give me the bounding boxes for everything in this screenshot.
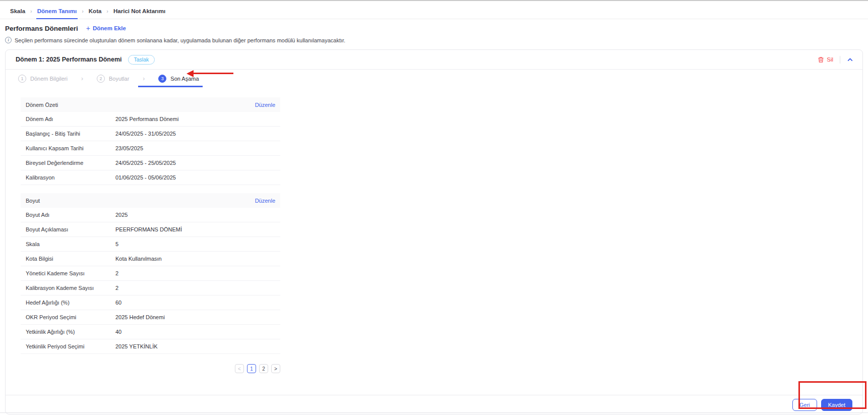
add-period-label: Dönem Ekle: [93, 25, 126, 31]
section-header-boyut: Boyut Düzenle: [21, 193, 280, 208]
table-row: Yetkinlik Ağırlığı (%) 40: [21, 325, 280, 339]
row-value: 40: [115, 329, 121, 335]
step-label: Dönem Bilgileri: [30, 76, 68, 82]
row-label: Başlangıç - Bitiş Tarihi: [26, 131, 115, 137]
active-step-underline: [138, 86, 203, 87]
table-row: Yönetici Kademe Sayısı 2: [21, 266, 280, 281]
chevron-right-icon: ›: [81, 75, 83, 82]
info-icon: i: [5, 37, 12, 43]
table-row: Bireysel Değerlendirme 24/05/2025 - 25/0…: [21, 156, 280, 170]
summary-content: Dönem Özeti Düzenle Dönem Adı 2025 Perfo…: [6, 87, 862, 373]
row-value: 2025 Hedef Dönemi: [115, 314, 165, 320]
chevron-right-icon: ›: [30, 8, 32, 14]
table-row: Dönem Adı 2025 Performans Dönemi: [21, 112, 280, 127]
chevron-right-icon: ›: [82, 8, 84, 14]
table-row: Skala 5: [21, 237, 280, 252]
section-header-donem-ozeti: Dönem Özeti Düzenle: [21, 97, 280, 112]
pagination-next-button[interactable]: >: [271, 364, 280, 373]
row-label: Kalibrasyon: [26, 174, 115, 181]
step-label: Son Aşama: [170, 76, 199, 82]
step-boyutlar[interactable]: 2 Boyutlar: [97, 75, 129, 83]
chevron-up-icon: [847, 56, 853, 63]
table-row: Yetkinlik Periyod Seçimi 2025 YETKİNLİK: [21, 339, 280, 354]
row-value: 01/06/2025 - 05/06/2025: [115, 174, 176, 181]
pagination-prev-button[interactable]: <: [235, 364, 244, 373]
table-row: Başlangıç - Bitiş Tarihi 24/05/2025 - 31…: [21, 127, 280, 141]
table-row: Kota Bilgisi Kota Kullanılmasın: [21, 252, 280, 266]
info-text: Seçilen performans sürecinde oluşturulan…: [15, 37, 345, 43]
step-number: 1: [18, 75, 26, 83]
breadcrumb-item-donem-tanimi[interactable]: Dönem Tanımı: [37, 8, 77, 14]
top-border: [0, 0, 868, 1]
annotation-arrow: [194, 73, 233, 74]
section-gap: [21, 185, 862, 193]
row-label: Boyut Adı: [26, 212, 115, 218]
row-label: Kalibrasyon Kademe Sayısı: [26, 285, 115, 291]
step-number: 3: [158, 75, 166, 83]
section-title: Dönem Özeti: [26, 102, 58, 108]
row-value: 2025: [115, 212, 128, 218]
plus-icon: +: [86, 24, 90, 32]
row-value: 2: [115, 270, 118, 276]
step-donem-bilgileri[interactable]: 1 Dönem Bilgileri: [18, 75, 68, 83]
info-note: i Seçilen performans sürecinde oluşturul…: [0, 32, 868, 43]
row-label: Boyut Açıklaması: [26, 226, 115, 232]
breadcrumb: Skala › Dönem Tanımı › Kota › Harici Not…: [0, 0, 868, 19]
page-title: Performans Dönemleri: [5, 25, 78, 32]
period-card: Dönem 1: 2025 Performans Dönemi Taslak S…: [5, 49, 863, 414]
delete-period-label: Sil: [827, 56, 833, 63]
card-footer: Geri Kaydet: [6, 395, 862, 414]
trash-icon: [818, 56, 824, 63]
row-label: Yetkinlik Ağırlığı (%): [26, 329, 115, 335]
breadcrumb-item-skala[interactable]: Skala: [10, 8, 25, 14]
dimension-summary-table: Boyut Düzenle Boyut Adı 2025 Boyut Açıkl…: [21, 193, 280, 354]
pagination: < 1 2 >: [21, 364, 280, 373]
section-title: Boyut: [26, 198, 40, 204]
breadcrumb-item-kota[interactable]: Kota: [89, 8, 102, 14]
step-number: 2: [97, 75, 105, 83]
row-value: 5: [115, 241, 118, 247]
row-label: Dönem Adı: [26, 116, 115, 122]
row-value: 60: [115, 300, 121, 306]
table-row: Boyut Açıklaması PEERFORMANS DÖNEMİ: [21, 222, 280, 237]
edit-dimension-link[interactable]: Düzenle: [255, 198, 275, 204]
period-card-header: Dönem 1: 2025 Performans Dönemi Taslak S…: [6, 50, 862, 70]
pagination-page-1[interactable]: 1: [247, 364, 256, 373]
row-label: Skala: [26, 241, 115, 247]
row-value: Kota Kullanılmasın: [115, 256, 162, 262]
divider: [840, 56, 840, 64]
table-row: Kalibrasyon Kademe Sayısı 2: [21, 281, 280, 295]
annotation-highlight-box: [798, 381, 866, 409]
edit-period-link[interactable]: Düzenle: [255, 102, 275, 108]
table-row: Kalibrasyon 01/06/2025 - 05/06/2025: [21, 170, 280, 185]
row-label: OKR Periyod Seçimi: [26, 314, 115, 320]
row-label: Hedef Ağırlığı (%): [26, 300, 115, 306]
table-row: Hedef Ağırlığı (%) 60: [21, 295, 280, 310]
status-badge: Taslak: [128, 55, 155, 65]
row-label: Yönetici Kademe Sayısı: [26, 270, 115, 276]
row-label: Kullanıcı Kapsam Tarihi: [26, 145, 115, 151]
table-row: Boyut Adı 2025: [21, 208, 280, 222]
pagination-page-2[interactable]: 2: [259, 364, 268, 373]
add-period-button[interactable]: + Dönem Ekle: [86, 24, 126, 32]
table-row: Kullanıcı Kapsam Tarihi 23/05/2025: [21, 141, 280, 156]
page-header: Performans Dönemleri + Dönem Ekle: [0, 19, 868, 32]
row-value: 2025 Performans Dönemi: [115, 116, 178, 122]
breadcrumb-item-harici-not-aktarimi[interactable]: Harici Not Aktarımı: [113, 8, 165, 14]
app-screen: Skala › Dönem Tanımı › Kota › Harici Not…: [0, 0, 868, 415]
chevron-right-icon: ›: [143, 75, 145, 82]
chevron-right-icon: ›: [106, 8, 108, 14]
collapse-card-button[interactable]: [847, 56, 853, 63]
bottom-border: [0, 412, 868, 413]
row-label: Yetkinlik Periyod Seçimi: [26, 343, 115, 349]
step-label: Boyutlar: [109, 76, 129, 82]
row-value: 2: [115, 285, 118, 291]
delete-period-button[interactable]: Sil: [818, 56, 833, 63]
period-card-title: Dönem 1: 2025 Performans Dönemi: [16, 56, 122, 63]
period-summary-table: Dönem Özeti Düzenle Dönem Adı 2025 Perfo…: [21, 97, 280, 185]
row-label: Bireysel Değerlendirme: [26, 160, 115, 166]
row-value: 24/05/2025 - 25/05/2025: [115, 160, 176, 166]
table-row: OKR Periyod Seçimi 2025 Hedef Dönemi: [21, 310, 280, 325]
row-label: Kota Bilgisi: [26, 256, 115, 262]
row-value: 23/05/2025: [115, 145, 143, 151]
